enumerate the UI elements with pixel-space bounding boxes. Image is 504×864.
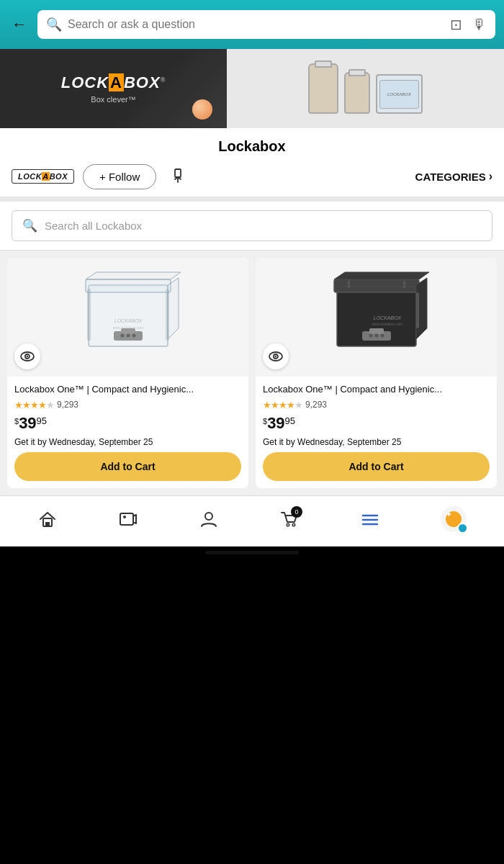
- product-info-1: Lockabox One™ | Compact and Hygienic... …: [7, 377, 248, 488]
- search-bar[interactable]: 🔍 ⊡ 🎙: [37, 10, 495, 39]
- search-icon: 🔍: [46, 17, 62, 32]
- svg-point-33: [123, 516, 126, 518]
- banner-tagline: Box clever™: [91, 95, 135, 104]
- svg-rect-26: [403, 281, 405, 288]
- store-search-icon: 🔍: [22, 218, 37, 233]
- quick-view-button-1[interactable]: [14, 343, 40, 369]
- brand-name: Lockabox: [12, 138, 492, 155]
- svg-point-19: [369, 333, 372, 337]
- nav-video[interactable]: [112, 506, 144, 532]
- svg-rect-24: [416, 292, 419, 328]
- home-icon: [37, 509, 58, 529]
- header: ← 🔍 ⊡ 🎙: [0, 0, 504, 49]
- svg-point-35: [287, 523, 289, 526]
- svg-rect-31: [45, 522, 50, 526]
- brand-banner: LOCKABOX® Box clever™ LOCKABOX: [0, 49, 504, 128]
- svg-text:LOCKABOX: LOCKABOX: [373, 315, 401, 320]
- svg-point-34: [205, 513, 212, 520]
- brand-logo-small: LOCKABOX: [12, 169, 74, 184]
- nav-menu[interactable]: [354, 506, 386, 532]
- nav-account[interactable]: [193, 506, 225, 532]
- product-rating-2: ★★★★★ 9,293: [263, 400, 490, 410]
- svg-rect-32: [120, 513, 133, 525]
- svg-point-20: [374, 333, 378, 337]
- product-card-2: LOCKABOX www.lockabox.com Lockabox One™ …: [256, 258, 497, 488]
- svg-rect-4: [166, 289, 169, 341]
- bottom-navigation: 0 ✦: [0, 495, 504, 546]
- product-image-black: LOCKABOX www.lockabox.com: [256, 258, 497, 377]
- add-to-cart-button-1[interactable]: Add to Cart: [14, 452, 241, 481]
- nav-cart[interactable]: 0: [274, 506, 305, 532]
- svg-point-29: [275, 356, 276, 357]
- product-image-clear: LOCKABOX www.lockabox.com: [7, 258, 248, 377]
- delivery-text-1: Get it by Wednesday, September 25: [14, 436, 241, 449]
- ai-icon: ✦: [441, 506, 467, 532]
- product-price-2: $3995: [263, 414, 490, 433]
- share-button[interactable]: [165, 163, 191, 189]
- store-search-bar[interactable]: 🔍 Search all Lockabox: [12, 210, 492, 241]
- svg-point-21: [380, 333, 384, 337]
- stars-2: ★★★★★: [263, 400, 302, 410]
- quick-view-button-2[interactable]: [263, 343, 289, 369]
- product-rating-1: ★★★★★ 9,293: [14, 400, 241, 410]
- chevron-right-icon: ›: [489, 170, 492, 183]
- product-info-2: Lockabox One™ | Compact and Hygienic... …: [256, 377, 497, 488]
- delivery-text-2: Get it by Wednesday, September 25: [263, 436, 490, 449]
- svg-rect-16: [334, 279, 419, 292]
- banner-right: LOCKABOX: [227, 49, 504, 128]
- back-button[interactable]: ←: [9, 12, 30, 37]
- store-search-section: 🔍 Search all Lockabox: [0, 202, 504, 251]
- account-icon: [199, 509, 219, 529]
- brand-logo-text: LOCKABOX: [18, 172, 68, 181]
- search-input[interactable]: [68, 18, 440, 31]
- svg-rect-3: [87, 289, 91, 341]
- svg-rect-18: [369, 328, 384, 334]
- rating-count-2: 9,293: [305, 400, 327, 410]
- nav-ai-assistant[interactable]: ✦: [435, 503, 472, 535]
- banner-jars: LOCKABOX: [302, 58, 428, 120]
- svg-rect-25: [348, 281, 350, 288]
- svg-point-14: [27, 356, 28, 357]
- products-grid: LOCKABOX www.lockabox.com Lockabox One™ …: [0, 251, 504, 495]
- home-indicator: [205, 551, 299, 554]
- store-search-placeholder: Search all Lockabox: [45, 220, 142, 232]
- product-price-1: $3995: [14, 414, 241, 433]
- add-to-cart-button-2[interactable]: Add to Cart: [263, 452, 490, 481]
- svg-point-8: [126, 333, 130, 337]
- categories-button[interactable]: CATEGORIES ›: [415, 170, 492, 183]
- product-card: LOCKABOX www.lockabox.com Lockabox One™ …: [7, 258, 248, 488]
- cart-badge: 0: [291, 506, 302, 518]
- menu-icon: [360, 509, 380, 529]
- jar-small: [344, 72, 370, 114]
- scan-icon[interactable]: ⊡: [450, 16, 462, 33]
- svg-point-9: [132, 333, 135, 337]
- svg-text:LOCKABOX: LOCKABOX: [114, 318, 142, 323]
- brand-info-section: Lockabox LOCKABOX + Follow CATEGORIES ›: [0, 128, 504, 197]
- svg-rect-0: [175, 169, 181, 177]
- svg-text:www.lockabox.com: www.lockabox.com: [372, 322, 402, 326]
- jar-tall: [308, 63, 338, 114]
- categories-label: CATEGORIES: [415, 171, 486, 183]
- mic-icon[interactable]: 🎙: [472, 17, 487, 33]
- product-title-1: Lockabox One™ | Compact and Hygienic...: [14, 384, 241, 396]
- svg-point-7: [120, 333, 124, 337]
- svg-rect-2: [86, 279, 171, 292]
- banner-decoration: [192, 99, 212, 120]
- banner-logo: LOCKABOX®: [61, 73, 166, 92]
- black-box-image: LOCKABOX www.lockabox.com: [323, 271, 431, 364]
- svg-point-36: [292, 523, 295, 526]
- banner-left: LOCKABOX® Box clever™: [0, 49, 227, 128]
- follow-button[interactable]: + Follow: [83, 164, 156, 189]
- brand-actions: LOCKABOX + Follow CATEGORIES ›: [12, 163, 492, 189]
- banner-product-preview: LOCKABOX: [376, 74, 423, 114]
- rating-count-1: 9,293: [57, 400, 78, 410]
- stars-1: ★★★★★: [14, 400, 54, 410]
- nav-home[interactable]: [32, 506, 63, 532]
- product-title-2: Lockabox One™ | Compact and Hygienic...: [263, 384, 490, 396]
- video-icon: [118, 509, 138, 529]
- svg-text:www.lockabox.com: www.lockabox.com: [112, 325, 143, 330]
- clear-box-image: LOCKABOX www.lockabox.com: [74, 271, 182, 364]
